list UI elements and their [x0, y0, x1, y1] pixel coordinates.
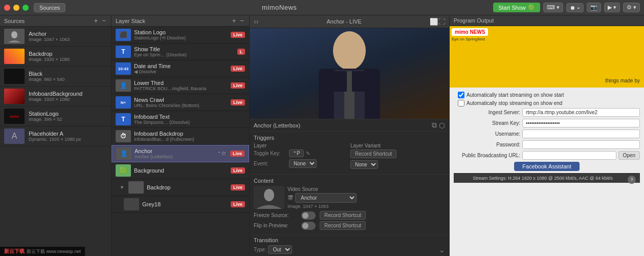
live-badge-lowerthird: Live — [231, 82, 245, 89]
record-shortcut-button-1[interactable]: Record Shortcut — [350, 150, 396, 158]
things-made-text: things made by — [605, 78, 640, 83]
stream-key-row: Stream Key: — [454, 119, 640, 127]
preview-header: ‹ › Anchor - LIVE ⬜ ⛶ — [250, 15, 449, 28]
event-select[interactable]: None — [289, 159, 317, 168]
layer-remove-button[interactable]: − — [239, 17, 245, 24]
fullscreen-button[interactable] — [23, 5, 29, 11]
auto-stop-checkbox[interactable] — [458, 100, 464, 106]
transition-title: Transition — [254, 237, 445, 243]
ingest-server-input[interactable] — [522, 108, 640, 117]
variant-event-select[interactable]: None — [350, 160, 378, 169]
stream-button[interactable]: ▶ ▾ — [604, 3, 620, 12]
svg-point-1 — [333, 31, 366, 70]
close-button[interactable] — [4, 5, 10, 11]
public-url-input[interactable] — [522, 151, 616, 160]
source-name-placeholder: Placeholder A — [29, 131, 107, 137]
username-input[interactable] — [522, 130, 640, 138]
triggers-variant-col: Layer Variant Record Shortcut None — [350, 143, 445, 171]
source-thumb-anchor — [4, 29, 25, 44]
flip-label: Flip in Preview: — [254, 223, 297, 228]
keyboard-button[interactable]: ⌨ ▾ — [543, 3, 563, 12]
transition-type-select[interactable]: Out — [268, 245, 292, 254]
preview-window-button[interactable]: ⬜ — [430, 18, 438, 26]
triggers-record-row: Record Shortcut — [350, 150, 445, 158]
source-meta-stationlogo: Image. 399 × 52 — [29, 117, 107, 122]
layer-icon-datetime: 10:43 — [116, 62, 131, 75]
layer-sub-lowerthird: PATTRICK BOU…ringfield, Bavaria — [134, 86, 228, 91]
layer-info-newscrawl: News Crawl URL: Boinx Chronicles (Bottom… — [134, 97, 228, 108]
source-item-black[interactable]: Black Image. 960 × 540 — [0, 67, 111, 87]
sources-button[interactable]: Sources — [34, 3, 65, 12]
preview-expand-button[interactable]: ⛶ — [438, 18, 445, 26]
stream-key-input[interactable] — [522, 119, 640, 127]
password-label: Password: — [454, 142, 520, 147]
source-item-infoboardbg[interactable]: InfoboardBackground Image. 1920 × 1080 — [0, 87, 111, 106]
transition-expand-button[interactable]: ⌄ — [439, 246, 445, 254]
live-badge-grey18: Live — [231, 201, 245, 207]
freeze-toggle[interactable] — [301, 211, 316, 220]
layer-add-button[interactable]: + — [231, 17, 237, 24]
sources-remove-button[interactable]: − — [101, 17, 107, 24]
layer-item-backdrop[interactable]: ▼ Backdrop Live — [112, 179, 249, 196]
auto-start-checkbox[interactable] — [458, 92, 464, 98]
layer-item-lowerthird[interactable]: 👤 Lower Third PATTRICK BOU…ringfield, Ba… — [112, 77, 249, 94]
svg-rect-5 — [329, 71, 347, 92]
preview-background — [250, 28, 449, 119]
freeze-label: Freeze Source: — [254, 212, 297, 218]
layer-item-datetime[interactable]: 10:43 Date and Time ◀ Dissolve Live — [112, 60, 249, 77]
layer-name-anchor: Anchor — [135, 148, 214, 154]
live-badge-anchor: Live — [230, 151, 245, 157]
camera-button[interactable]: ⚙ ▾ — [623, 3, 640, 12]
preview-copy-button[interactable]: ⧉ — [432, 121, 437, 130]
layer-item-grey18[interactable]: Grey18 Live — [112, 196, 249, 213]
settings-button[interactable]: 📷 — [587, 3, 601, 12]
content-row: Video Source 🎬 Anchor Image. 1047 × 1063 — [254, 186, 445, 209]
layer-icon-newscrawl: N+ — [116, 96, 131, 109]
triggers-event-row: Event: None — [254, 159, 348, 168]
layer-item-anchor[interactable]: 👤 Anchor Anchor (Letterbox) ⌃⏱ Live — [112, 145, 249, 162]
preview-share-button[interactable]: ⬡ — [439, 121, 445, 130]
sources-panel: Sources + − Anchor Image. 1047 × 1063 Ba… — [0, 15, 112, 256]
layer-info-anchor: Anchor Anchor (Letterbox) — [135, 148, 214, 159]
help-button[interactable]: ? — [628, 176, 636, 184]
layer-item-background[interactable]: 🟩 Background Live — [112, 162, 249, 179]
source-item-placeholder[interactable]: A Placeholder A Dynamic. 1920 × 1080 px — [0, 126, 111, 146]
live-badge-background: Live — [231, 167, 245, 174]
toggle-key-icon: ✎ — [306, 151, 310, 156]
source-thumb-black — [4, 69, 25, 84]
password-input[interactable] — [522, 140, 640, 149]
program-header: Program Output — [450, 15, 644, 26]
source-item-anchor[interactable]: Anchor Image. 1047 × 1063 — [0, 27, 111, 47]
layer-info-stationlogo: Station Logo StationLogo (⟲ Dissolve) — [134, 29, 228, 40]
watermark-text: 新云下载 www.newasp.net — [27, 248, 81, 255]
source-item-backdrop[interactable]: Backdrop Image. 1920 × 1080 — [0, 47, 111, 67]
content-source-row: 🎬 Anchor — [287, 193, 445, 203]
live-badge-stationlogo: Live — [231, 32, 245, 38]
layer-item-newscrawl[interactable]: N+ News Crawl URL: Boinx Chronicles (Bot… — [112, 94, 249, 111]
source-select[interactable]: Anchor — [295, 193, 357, 203]
layer-item-stationlogo[interactable]: ⬛ Station Logo StationLogo (⟲ Dissolve) … — [112, 27, 249, 44]
record-button[interactable]: ⏺ ▾ — [566, 3, 584, 12]
layer-item-infoboardbackdrop[interactable]: ⏱ Infoboard Backdrop InfoboardBac…d (Ful… — [112, 128, 249, 145]
source-name-backdrop: Backdrop — [29, 51, 107, 57]
flip-toggle[interactable] — [301, 222, 316, 230]
start-show-button[interactable]: Start Show 🟢 — [493, 3, 540, 12]
freeze-shortcut-button[interactable]: Record Shortcut — [320, 211, 366, 220]
source-name-anchor: Anchor — [29, 31, 107, 37]
flip-shortcut-button[interactable]: Record Shortcut — [320, 221, 366, 230]
sources-add-button[interactable]: + — [93, 17, 99, 24]
title-right-controls: Start Show 🟢 ⌨ ▾ ⏺ ▾ 📷 ▶ ▾ ⚙ ▾ — [493, 3, 640, 12]
minimize-button[interactable] — [13, 5, 19, 11]
layer-item-showtitle[interactable]: T Show Title Eye on Sprin… (Dissolve) L — [112, 44, 249, 60]
fb-assistant-button[interactable]: Facebook Assistant — [514, 162, 579, 171]
content-title: Content — [254, 178, 445, 184]
content-section: Content Video Source 🎬 Anchor — [250, 174, 449, 234]
layer-item-infoboardtext[interactable]: T Infoboard Text The Simpsons… (Dissolve… — [112, 111, 249, 128]
ingest-server-label: Ingest Server: — [454, 110, 520, 115]
source-item-stationlogo[interactable]: mimo StationLogo Image. 399 × 52 — [0, 106, 111, 126]
preview-icon-buttons: ⧉ ⬡ — [432, 121, 445, 130]
video-source-label: Video Source — [287, 186, 445, 192]
program-logo-area: mimo NEWS Eye on Springfield — [452, 28, 488, 41]
open-button[interactable]: Open — [618, 151, 640, 160]
preview-nav: Anchor (Letterbox) ⧉ ⬡ — [250, 119, 449, 131]
